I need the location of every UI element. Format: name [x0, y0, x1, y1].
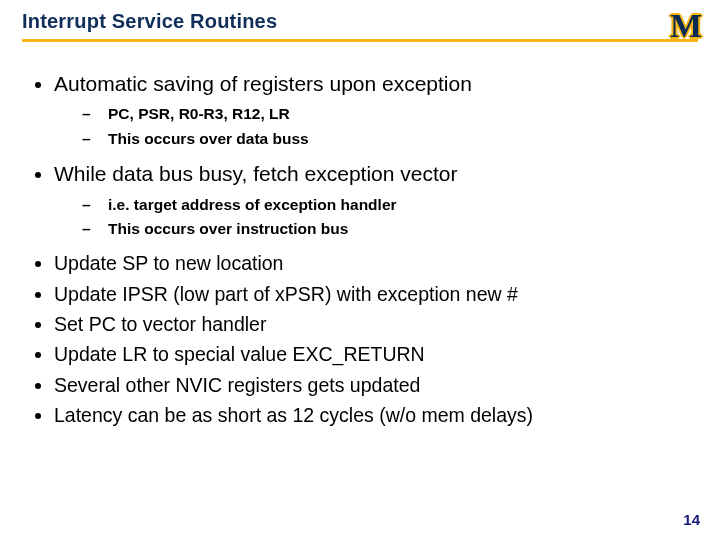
bullet-item: Latency can be as short as 12 cycles (w/… [54, 402, 698, 428]
bullet-item: While data bus busy, fetch exception vec… [54, 160, 698, 240]
bullet-item: Update IPSR (low part of xPSR) with exce… [54, 281, 698, 307]
sub-bullet-item: i.e. target address of exception handler [82, 195, 698, 216]
slide-title: Interrupt Service Routines [22, 10, 698, 33]
slide: M Interrupt Service Routines Automatic s… [0, 0, 720, 540]
bullet-list: Automatic saving of registers upon excep… [28, 70, 698, 428]
sub-bullet-item: This occurs over instruction bus [82, 219, 698, 240]
sub-bullet-item: This occurs over data buss [82, 129, 698, 150]
title-underline [22, 39, 698, 42]
bullet-item: Update SP to new location [54, 250, 698, 276]
sub-bullet-item: PC, PSR, R0-R3, R12, LR [82, 104, 698, 125]
bullet-item: Set PC to vector handler [54, 311, 698, 337]
slide-content: Automatic saving of registers upon excep… [22, 70, 698, 428]
bullet-item: Update LR to special value EXC_RETURN [54, 341, 698, 367]
sub-bullet-list: i.e. target address of exception handler… [54, 195, 698, 241]
sub-bullet-list: PC, PSR, R0-R3, R12, LR This occurs over… [54, 104, 698, 150]
page-number: 14 [683, 511, 700, 528]
bullet-item: Automatic saving of registers upon excep… [54, 70, 698, 150]
bullet-item: Several other NVIC registers gets update… [54, 372, 698, 398]
bullet-text: Automatic saving of registers upon excep… [54, 72, 472, 95]
bullet-text: While data bus busy, fetch exception vec… [54, 162, 458, 185]
logo-m-icon: M [670, 10, 698, 42]
umich-logo: M [670, 10, 698, 42]
